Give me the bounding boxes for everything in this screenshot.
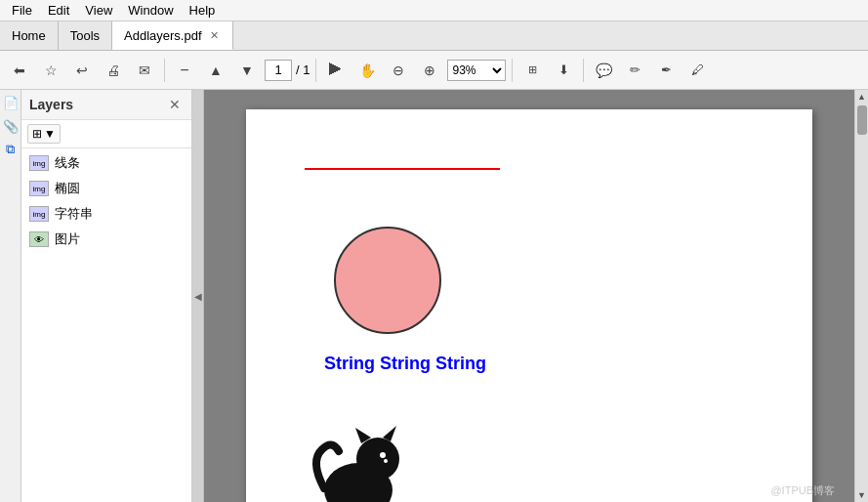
layers-panel: Layers ✕ ⊞ ▼ img 线条 img 椭圆 (21, 90, 192, 502)
zoom-minus-button[interactable]: ⊖ (385, 57, 412, 84)
highlight-button[interactable]: ✒ (652, 57, 680, 84)
menu-file[interactable]: File (4, 1, 40, 20)
layer-item-1[interactable]: img 椭圆 (21, 176, 191, 201)
zoom-out-button[interactable]: − (171, 57, 198, 84)
print-button[interactable]: 🖨 (100, 57, 127, 84)
page-input[interactable] (265, 60, 292, 81)
download-button[interactable]: ⬇ (550, 57, 577, 84)
cat-svg (305, 402, 412, 502)
panel-collapse-handle[interactable]: ◀ (192, 90, 204, 502)
bookmark-button[interactable]: ☆ (37, 57, 64, 84)
tab-bar: Home Tools Addlayers.pdf ✕ (0, 21, 868, 51)
scrollbar-right[interactable]: ▲ ▼ (854, 90, 868, 502)
sidebar-icon-2[interactable]: 📎 (2, 117, 20, 135)
layer-icon-2: img (29, 206, 49, 222)
pen-button[interactable]: ✏ (621, 57, 648, 84)
svg-point-1 (356, 438, 399, 481)
layer-icon-0: img (29, 155, 49, 171)
layers-grid-icon: ⊞ (32, 127, 42, 141)
page-nav: / 1 (265, 60, 310, 81)
layer-item-2[interactable]: img 字符串 (21, 201, 191, 227)
tab-home-label: Home (12, 28, 46, 43)
layer-label-0: 线条 (55, 154, 80, 172)
layers-header: Layers ✕ (21, 90, 191, 120)
watermark: @ITPUB博客 (770, 483, 835, 498)
layers-dropdown-icon: ▼ (44, 127, 56, 141)
layer-item-0[interactable]: img 线条 (21, 150, 191, 176)
zoom-select[interactable]: 93% 100% 75% 50% (447, 60, 506, 81)
sidebar-icons: 📄 📎 ⧉ (0, 90, 21, 502)
pdf-circle (334, 227, 441, 334)
layer-label-2: 字符串 (55, 205, 93, 223)
next-page-button[interactable]: ▼ (233, 57, 261, 84)
hand-tool-button[interactable]: ✋ (353, 57, 381, 84)
layers-title: Layers (29, 97, 73, 112)
back-button[interactable]: ⬅ (6, 57, 33, 84)
layers-list: img 线条 img 椭圆 img 字符串 👁 图片 (21, 148, 191, 502)
tab-tools[interactable]: Tools (59, 21, 112, 50)
layer-label-3: 图片 (55, 230, 80, 248)
menu-help[interactable]: Help (182, 1, 224, 20)
layers-options-button[interactable]: ⊞ ▼ (27, 124, 61, 144)
pdf-page: String String String (246, 109, 812, 502)
pdf-text: String String String (324, 354, 486, 374)
scroll-up-arrow[interactable]: ▲ (855, 90, 869, 104)
layer-item-3[interactable]: 👁 图片 (21, 227, 191, 252)
svg-point-7 (384, 459, 388, 463)
fit-page-button[interactable]: ⊞ (518, 57, 546, 84)
tab-file[interactable]: Addlayers.pdf ✕ (112, 21, 233, 50)
menu-edit[interactable]: Edit (40, 1, 77, 20)
layer-icon-3: 👁 (29, 231, 49, 247)
stamp-button[interactable]: 🖊 (683, 57, 711, 84)
layer-icon-1: img (29, 181, 49, 196)
separator-4 (583, 59, 584, 82)
page-separator: / 1 (296, 63, 310, 77)
email-button[interactable]: ✉ (131, 57, 158, 84)
tab-tools-label: Tools (70, 28, 100, 43)
tab-file-label: Addlayers.pdf (124, 28, 202, 43)
separator-3 (512, 59, 513, 82)
layers-icon[interactable]: ⧉ (2, 141, 20, 158)
collapse-arrow-icon: ◀ (194, 291, 202, 302)
toolbar: ⬅ ☆ ↩ 🖨 ✉ − ▲ ▼ / 1 ⯈ ✋ ⊖ ⊕ 93% 100% 75%… (0, 51, 868, 90)
layers-close-button[interactable]: ✕ (166, 96, 184, 113)
main-layout: 📄 📎 ⧉ Layers ✕ ⊞ ▼ img 线条 img (0, 90, 868, 502)
refresh-button[interactable]: ↩ (68, 57, 96, 84)
select-tool-button[interactable]: ⯈ (322, 57, 350, 84)
scroll-thumb[interactable] (857, 105, 867, 135)
layer-label-1: 椭圆 (55, 180, 80, 197)
layers-toolbar: ⊞ ▼ (21, 120, 191, 148)
tab-home[interactable]: Home (0, 21, 59, 50)
separator-2 (315, 59, 316, 82)
separator-1 (164, 59, 165, 82)
prev-page-button[interactable]: ▲ (202, 57, 229, 84)
pdf-cat (305, 402, 412, 502)
comment-button[interactable]: 💬 (590, 57, 617, 84)
svg-point-4 (380, 452, 386, 458)
menu-bar: File Edit View Window Help (0, 0, 868, 21)
tab-close-icon[interactable]: ✕ (208, 29, 221, 42)
pdf-area[interactable]: String String String (204, 90, 854, 502)
pdf-line (305, 168, 500, 170)
menu-window[interactable]: Window (120, 1, 181, 20)
menu-view[interactable]: View (77, 1, 120, 20)
sidebar-icon-1[interactable]: 📄 (2, 94, 20, 111)
zoom-plus-button[interactable]: ⊕ (416, 57, 443, 84)
scroll-down-arrow[interactable]: ▼ (855, 488, 869, 502)
scroll-track[interactable] (855, 104, 868, 488)
